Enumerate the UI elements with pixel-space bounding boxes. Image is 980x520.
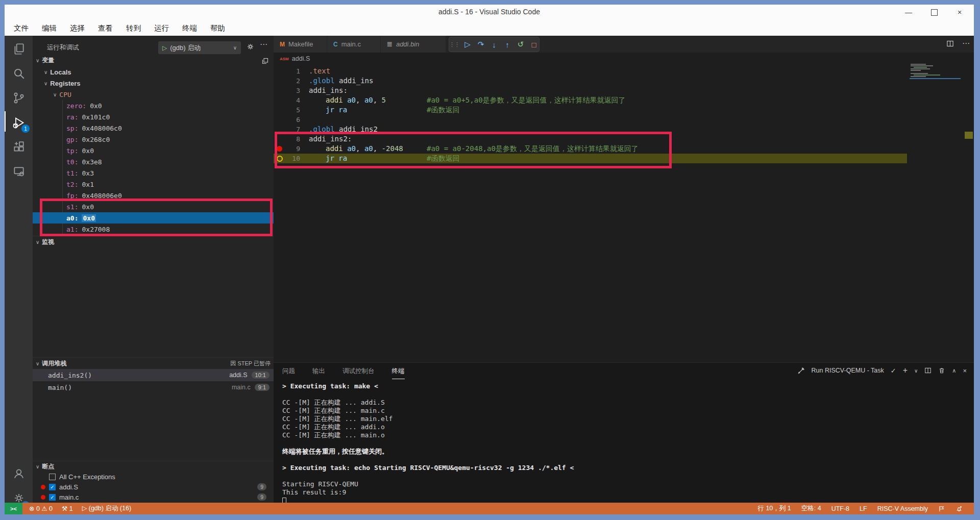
minimize-button[interactable]: — xyxy=(901,6,916,19)
variables-section-header[interactable]: ∨ 变量 xyxy=(33,54,277,66)
register-row-t0[interactable]: t0:0x3e8 xyxy=(33,156,274,167)
stack-frame-row[interactable]: addi_ins2()addi.S10:1 xyxy=(33,369,274,381)
menu-item[interactable]: 编辑 xyxy=(42,23,57,33)
register-row-sp[interactable]: sp:0x408006c0 xyxy=(33,122,274,134)
minimap[interactable] xyxy=(910,64,964,85)
collapse-all-icon[interactable] xyxy=(261,57,269,65)
stop-button[interactable]: □ xyxy=(529,39,539,50)
terminal-output[interactable]: > Executing task: make <CC -[M] 正在构建 ...… xyxy=(282,382,966,502)
breakpoint-checkbox[interactable]: ✓ xyxy=(49,494,56,501)
terminal-task-label[interactable]: Run RISCV-QEMU - Task xyxy=(812,367,884,374)
register-row-gp[interactable]: gp:0x268c0 xyxy=(33,134,274,145)
call-stack-section-header[interactable]: ∨ 调用堆栈 因 STEP 已暂停 xyxy=(33,357,277,369)
code-line-9[interactable]: 9addi a0, a0, -2048#a0 = a0-2048,a0是参数，又… xyxy=(274,144,974,154)
step-over-button[interactable]: ↷ xyxy=(476,39,486,50)
menu-item[interactable]: 转到 xyxy=(126,23,141,33)
code-line-3[interactable]: 3addi_ins: xyxy=(274,86,974,95)
status-problems[interactable]: ⊗ 0 ⚠ 0 xyxy=(29,505,53,512)
source-control-icon[interactable] xyxy=(5,86,33,110)
more-actions-icon[interactable]: ⋯ xyxy=(260,40,267,49)
breakpoint-checkbox[interactable] xyxy=(49,474,56,480)
restart-button[interactable]: ↺ xyxy=(516,39,526,50)
menu-item[interactable]: 文件 xyxy=(14,23,29,33)
new-terminal-icon[interactable]: + xyxy=(903,366,908,375)
run-and-debug-icon[interactable]: 1 xyxy=(5,110,33,135)
status-encoding[interactable]: UTF-8 xyxy=(831,505,849,512)
breadcrumb[interactable]: ASM addi.S xyxy=(280,53,310,65)
panel-tab-item[interactable]: 调试控制台 xyxy=(342,367,375,379)
kill-terminal-icon[interactable] xyxy=(938,367,945,374)
status-language-mode[interactable]: RISC-V Assembly xyxy=(877,505,928,512)
code-line-2[interactable]: 2.globl addi_ins xyxy=(274,76,974,86)
explorer-icon[interactable] xyxy=(5,37,33,61)
split-terminal-icon[interactable] xyxy=(924,367,932,374)
step-into-button[interactable]: ↓ xyxy=(489,39,499,50)
status-tasks[interactable]: ⚒ 1 xyxy=(62,505,73,512)
maximize-panel-icon[interactable]: ∧ xyxy=(952,367,956,374)
register-row-zero[interactable]: zero:0x0 xyxy=(33,100,274,111)
code-line-7[interactable]: 7.globl addi_ins2 xyxy=(274,125,974,134)
code-editor[interactable]: 1.text2.globl addi_ins3addi_ins:4addi a0… xyxy=(274,65,974,362)
editor-tab-addi-bin[interactable]: ≣addi.bin xyxy=(381,36,446,53)
status-indentation[interactable]: 空格: 4 xyxy=(801,504,821,513)
code-line-1[interactable]: 1.text xyxy=(274,66,974,76)
code-line-6[interactable]: 6 xyxy=(274,115,974,125)
remote-explorer-icon[interactable] xyxy=(5,159,33,184)
toolbar-drag-grip[interactable]: ⋮⋮ xyxy=(449,39,459,50)
register-row-t2[interactable]: t2:0x1 xyxy=(33,179,274,190)
watch-section-header[interactable]: ∨ 监视 xyxy=(33,236,277,247)
code-line-5[interactable]: 5jr ra#函数返回 xyxy=(274,105,974,115)
code-line-8[interactable]: 8addi_ins2: xyxy=(274,134,974,144)
terminal-dropdown-icon[interactable]: ∨ xyxy=(914,368,918,374)
launch-config-dropdown[interactable]: ▷ (gdb) 启动 ∨ xyxy=(158,41,241,54)
more-actions-icon[interactable]: ⋯ xyxy=(962,39,970,48)
menu-item[interactable]: 选择 xyxy=(70,23,85,33)
status-eol[interactable]: LF xyxy=(860,505,867,512)
debug-settings-gear-icon[interactable] xyxy=(246,42,255,51)
accounts-icon[interactable] xyxy=(5,461,33,486)
panel-tab-item[interactable]: 问题 xyxy=(282,367,295,379)
editor-tab-main-c[interactable]: Cmain.c xyxy=(327,36,381,53)
tree-item-locals[interactable]: ∨ Locals xyxy=(33,66,285,78)
register-row-fp[interactable]: fp:0x408006e0 xyxy=(33,190,274,201)
debug-toolbar: ⋮⋮ ▷ ↷ ↓ ↑ ↺ □ xyxy=(449,37,540,52)
panel-tab-item[interactable]: 输出 xyxy=(312,367,325,379)
continue-button[interactable]: ▷ xyxy=(462,39,473,50)
search-icon[interactable] xyxy=(5,61,33,86)
menu-item[interactable]: 查看 xyxy=(98,23,113,33)
register-row-tp[interactable]: tp:0x0 xyxy=(33,145,274,156)
breakpoint-row[interactable]: All C++ Exceptions xyxy=(33,472,274,482)
step-out-button[interactable]: ↑ xyxy=(502,39,512,50)
stack-frame-row[interactable]: main()main.c9:1 xyxy=(33,381,274,393)
tree-item-registers[interactable]: ∨ Registers xyxy=(33,78,285,89)
notifications-bell-icon[interactable] xyxy=(955,505,963,512)
breakpoint-checkbox[interactable]: ✓ xyxy=(49,484,56,490)
maximize-button[interactable] xyxy=(927,6,941,19)
code-line-4[interactable]: 4addi a0, a0, 5#a0 = a0+5,a0是参数，又是返回值，这样… xyxy=(274,95,974,105)
remote-indicator[interactable]: >< xyxy=(5,503,22,514)
register-row-a1[interactable]: a1:0x27008 xyxy=(33,224,274,235)
breakpoint-row[interactable]: ✓addi.S9 xyxy=(33,482,274,492)
tab-label: Makefile xyxy=(288,40,313,48)
register-row-t1[interactable]: t1:0x3 xyxy=(33,167,274,179)
code-line-10[interactable]: 10jr ra#函数返回 xyxy=(274,154,974,163)
close-button[interactable]: × xyxy=(952,6,967,19)
status-cursor-position[interactable]: 行 10，列 1 xyxy=(757,504,791,513)
menu-item[interactable]: 帮助 xyxy=(210,23,225,33)
close-panel-icon[interactable]: × xyxy=(963,367,967,375)
feedback-icon[interactable] xyxy=(938,505,945,512)
breakpoint-row[interactable]: ✓main.c9 xyxy=(33,492,274,502)
tree-item-cpu[interactable]: ∨ CPU xyxy=(33,89,294,100)
menu-item[interactable]: 终端 xyxy=(182,23,197,33)
menu-item[interactable]: 运行 xyxy=(154,23,169,33)
start-debug-icon[interactable]: ▷ xyxy=(162,44,167,52)
breakpoints-section-header[interactable]: ∨ 断点 xyxy=(33,461,277,472)
editor-tab-Makefile[interactable]: MMakefile xyxy=(274,36,327,53)
split-editor-icon[interactable] xyxy=(946,40,954,47)
register-row-a0[interactable]: a0:0x0 xyxy=(33,212,274,224)
panel-tab-active[interactable]: 终端 xyxy=(392,367,405,379)
register-row-ra[interactable]: ra:0x101c0 xyxy=(33,111,274,122)
register-row-s1[interactable]: s1:0x0 xyxy=(33,201,274,212)
extensions-icon[interactable] xyxy=(5,135,33,159)
status-debug-session[interactable]: ▷ (gdb) 启动 (16) xyxy=(82,504,131,513)
